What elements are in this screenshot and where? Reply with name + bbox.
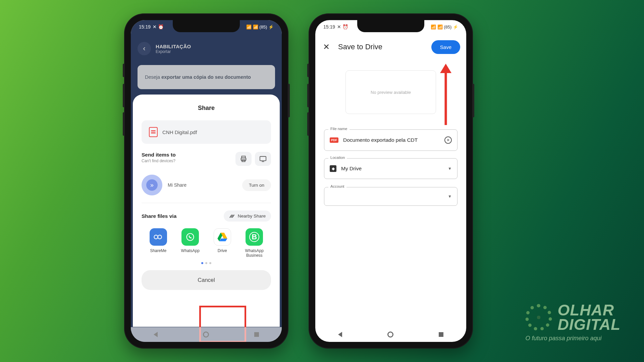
status-left-icons: ✕ ⏰ bbox=[337, 24, 348, 29]
notch bbox=[357, 20, 424, 32]
svg-point-6 bbox=[158, 235, 161, 239]
nearby-share-icon bbox=[229, 214, 235, 219]
save-button[interactable]: Save bbox=[431, 40, 460, 54]
phone-right: 15:19 ✕ ⏰ 📶 📶 (85) ⚡ ✕ Save to Drive Sav… bbox=[309, 13, 473, 349]
location-field[interactable]: Location ◆ My Drive ▼ bbox=[324, 158, 458, 179]
filename-label: File name bbox=[328, 127, 350, 131]
share-sheet: Share CNH Digital.pdf Send items to Can'… bbox=[133, 95, 280, 327]
find-devices-hint[interactable]: Can't find devices? bbox=[142, 159, 176, 163]
nav-recents[interactable] bbox=[254, 332, 259, 337]
close-icon: ✕ bbox=[323, 42, 330, 51]
clear-filename-button[interactable]: ✕ bbox=[444, 136, 452, 144]
watermark-icon bbox=[525, 304, 552, 331]
clear-icon: ✕ bbox=[446, 138, 450, 142]
nav-home[interactable] bbox=[387, 331, 393, 338]
chevron-down-icon: ▼ bbox=[448, 166, 452, 171]
no-preview-label: No preview available bbox=[371, 90, 411, 95]
share-title: Share bbox=[142, 105, 271, 112]
mi-share-label: Mi Share bbox=[168, 182, 186, 188]
highlight-arrow bbox=[437, 63, 454, 127]
location-label: Location bbox=[328, 156, 347, 160]
svg-marker-9 bbox=[440, 64, 451, 73]
svg-rect-3 bbox=[260, 157, 266, 161]
share-via-label: Share files via bbox=[142, 213, 176, 219]
status-right-icons: 📶 📶 (85) ⚡ bbox=[246, 24, 274, 29]
phone-left: 15:19 ✕ ⏰ 📶 📶 (85) ⚡ ‹ HABILITAÇÃO Expor… bbox=[124, 13, 288, 349]
nav-back[interactable] bbox=[338, 332, 342, 337]
status-left-icons: ✕ ⏰ bbox=[153, 24, 164, 29]
whatsapp-icon bbox=[181, 228, 199, 246]
printer-icon bbox=[240, 155, 247, 163]
nav-bar bbox=[131, 327, 282, 342]
preview-box: No preview available bbox=[345, 70, 436, 114]
nav-home[interactable] bbox=[203, 331, 209, 338]
status-time: 15:19 bbox=[323, 24, 335, 29]
status-time: 15:19 bbox=[139, 24, 151, 29]
notch bbox=[173, 20, 240, 32]
svg-point-7 bbox=[187, 234, 194, 241]
filename-value: Documento exportado pela CDT bbox=[343, 137, 440, 143]
cancel-button[interactable]: Cancel bbox=[142, 270, 271, 290]
share-filename: CNH Digital.pdf bbox=[162, 129, 197, 135]
status-right-icons: 📶 📶 (85) ⚡ bbox=[431, 24, 458, 29]
app-shareme[interactable]: ShareMe bbox=[142, 228, 174, 258]
app-whatsapp[interactable]: WhatsApp bbox=[174, 228, 207, 258]
app-whatsapp-business[interactable]: B WhatsApp Business bbox=[238, 228, 271, 258]
location-value: My Drive bbox=[341, 166, 443, 172]
nav-back[interactable] bbox=[154, 332, 158, 337]
app-drive[interactable]: Drive bbox=[206, 228, 238, 258]
filename-field[interactable]: File name PDF Documento exportado pela C… bbox=[324, 129, 458, 151]
watermark-tagline: O futuro passa primeiro aqui bbox=[525, 335, 621, 342]
nav-recents[interactable] bbox=[439, 332, 443, 337]
chevron-down-icon: ▼ bbox=[448, 194, 452, 199]
screen-icon bbox=[259, 156, 267, 162]
whatsapp-business-icon: B bbox=[246, 228, 263, 246]
pdf-icon: PDF bbox=[330, 137, 338, 143]
close-button[interactable]: ✕ bbox=[321, 42, 331, 52]
nearby-share-button[interactable]: Nearby Share bbox=[224, 210, 271, 222]
share-apps-row: ShareMe WhatsApp Drive bbox=[142, 228, 271, 258]
nav-bar bbox=[315, 327, 466, 342]
account-field[interactable]: Account ▼ bbox=[324, 187, 458, 206]
watermark-line2: DIGITAL bbox=[557, 317, 621, 332]
send-items-label: Send items to bbox=[142, 152, 176, 158]
drive-icon bbox=[214, 228, 231, 246]
watermark: OLHAR DIGITAL O futuro passa primeiro aq… bbox=[525, 303, 621, 342]
page-dots bbox=[142, 262, 271, 264]
drive-header: ✕ Save to Drive Save bbox=[315, 34, 466, 60]
account-label: Account bbox=[328, 184, 346, 188]
pdf-file-icon bbox=[149, 127, 158, 137]
watermark-line1: OLHAR bbox=[557, 303, 621, 318]
drive-small-icon: ◆ bbox=[330, 165, 336, 172]
drive-title: Save to Drive bbox=[338, 43, 425, 51]
print-button[interactable] bbox=[235, 152, 252, 166]
svg-point-5 bbox=[154, 235, 158, 239]
file-chip[interactable]: CNH Digital.pdf bbox=[142, 120, 271, 144]
cast-button[interactable] bbox=[255, 152, 271, 166]
turn-on-button[interactable]: Turn on bbox=[242, 179, 271, 191]
shareme-icon bbox=[150, 228, 167, 246]
mi-share-icon: » bbox=[142, 175, 162, 195]
